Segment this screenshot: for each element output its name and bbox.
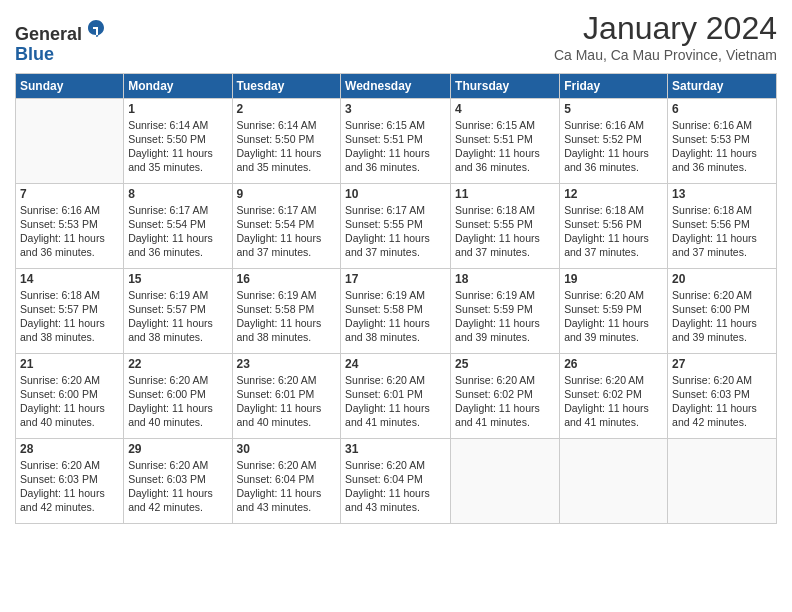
sunset-time: Sunset: 6:01 PM [237,388,315,400]
day-info: Sunrise: 6:20 AMSunset: 6:02 PMDaylight:… [455,373,555,430]
daylight-minutes: and 37 minutes. [672,246,747,258]
sunset-time: Sunset: 6:00 PM [672,303,750,315]
calendar-cell [668,438,777,523]
day-number: 15 [128,272,227,286]
day-number: 10 [345,187,446,201]
title-area: January 2024 Ca Mau, Ca Mau Province, Vi… [554,10,777,63]
daylight-minutes: and 36 minutes. [672,161,747,173]
sunset-time: Sunset: 5:54 PM [128,218,206,230]
daylight-hours: Daylight: 11 hours [672,147,757,159]
calendar-cell: 30Sunrise: 6:20 AMSunset: 6:04 PMDayligh… [232,438,341,523]
daylight-minutes: and 39 minutes. [672,331,747,343]
day-number: 2 [237,102,337,116]
sunset-time: Sunset: 5:56 PM [672,218,750,230]
sunrise-time: Sunrise: 6:15 AM [345,119,425,131]
daylight-hours: Daylight: 11 hours [455,317,540,329]
sunset-time: Sunset: 5:50 PM [237,133,315,145]
calendar-cell: 25Sunrise: 6:20 AMSunset: 6:02 PMDayligh… [451,353,560,438]
day-info: Sunrise: 6:20 AMSunset: 6:02 PMDaylight:… [564,373,663,430]
sunrise-time: Sunrise: 6:18 AM [20,289,100,301]
daylight-minutes: and 41 minutes. [455,416,530,428]
day-number: 7 [20,187,119,201]
logo-icon [84,16,108,40]
week-row-3: 21Sunrise: 6:20 AMSunset: 6:00 PMDayligh… [16,353,777,438]
calendar-cell: 19Sunrise: 6:20 AMSunset: 5:59 PMDayligh… [560,268,668,353]
sunset-time: Sunset: 5:57 PM [20,303,98,315]
month-title: January 2024 [554,10,777,47]
sunrise-time: Sunrise: 6:15 AM [455,119,535,131]
calendar-cell: 3Sunrise: 6:15 AMSunset: 5:51 PMDaylight… [341,98,451,183]
week-row-4: 28Sunrise: 6:20 AMSunset: 6:03 PMDayligh… [16,438,777,523]
calendar-cell: 13Sunrise: 6:18 AMSunset: 5:56 PMDayligh… [668,183,777,268]
sunset-time: Sunset: 5:58 PM [237,303,315,315]
day-number: 18 [455,272,555,286]
day-info: Sunrise: 6:19 AMSunset: 5:58 PMDaylight:… [345,288,446,345]
daylight-minutes: and 38 minutes. [237,331,312,343]
calendar-cell: 5Sunrise: 6:16 AMSunset: 5:52 PMDaylight… [560,98,668,183]
day-number: 31 [345,442,446,456]
daylight-minutes: and 37 minutes. [564,246,639,258]
day-info: Sunrise: 6:20 AMSunset: 6:04 PMDaylight:… [345,458,446,515]
header-sunday: Sunday [16,73,124,98]
day-number: 24 [345,357,446,371]
daylight-hours: Daylight: 11 hours [345,232,430,244]
daylight-minutes: and 40 minutes. [237,416,312,428]
daylight-hours: Daylight: 11 hours [345,402,430,414]
daylight-minutes: and 37 minutes. [455,246,530,258]
sunset-time: Sunset: 6:01 PM [345,388,423,400]
day-number: 13 [672,187,772,201]
calendar-cell [560,438,668,523]
day-info: Sunrise: 6:17 AMSunset: 5:54 PMDaylight:… [128,203,227,260]
daylight-hours: Daylight: 11 hours [20,487,105,499]
daylight-hours: Daylight: 11 hours [345,317,430,329]
calendar-cell: 14Sunrise: 6:18 AMSunset: 5:57 PMDayligh… [16,268,124,353]
daylight-minutes: and 43 minutes. [237,501,312,513]
calendar-cell: 18Sunrise: 6:19 AMSunset: 5:59 PMDayligh… [451,268,560,353]
day-number: 27 [672,357,772,371]
daylight-hours: Daylight: 11 hours [672,317,757,329]
day-number: 26 [564,357,663,371]
day-info: Sunrise: 6:18 AMSunset: 5:55 PMDaylight:… [455,203,555,260]
day-info: Sunrise: 6:20 AMSunset: 5:59 PMDaylight:… [564,288,663,345]
day-info: Sunrise: 6:15 AMSunset: 5:51 PMDaylight:… [455,118,555,175]
calendar-cell: 11Sunrise: 6:18 AMSunset: 5:55 PMDayligh… [451,183,560,268]
sunset-time: Sunset: 5:59 PM [564,303,642,315]
daylight-hours: Daylight: 11 hours [128,487,213,499]
sunset-time: Sunset: 5:56 PM [564,218,642,230]
daylight-hours: Daylight: 11 hours [237,317,322,329]
daylight-minutes: and 38 minutes. [345,331,420,343]
calendar-cell: 6Sunrise: 6:16 AMSunset: 5:53 PMDaylight… [668,98,777,183]
sunrise-time: Sunrise: 6:20 AM [672,289,752,301]
daylight-hours: Daylight: 11 hours [455,402,540,414]
day-number: 12 [564,187,663,201]
day-info: Sunrise: 6:15 AMSunset: 5:51 PMDaylight:… [345,118,446,175]
sunrise-time: Sunrise: 6:17 AM [237,204,317,216]
header-monday: Monday [124,73,232,98]
day-info: Sunrise: 6:16 AMSunset: 5:52 PMDaylight:… [564,118,663,175]
day-info: Sunrise: 6:14 AMSunset: 5:50 PMDaylight:… [128,118,227,175]
daylight-hours: Daylight: 11 hours [345,487,430,499]
sunset-time: Sunset: 5:50 PM [128,133,206,145]
calendar-cell: 22Sunrise: 6:20 AMSunset: 6:00 PMDayligh… [124,353,232,438]
day-number: 8 [128,187,227,201]
sunrise-time: Sunrise: 6:20 AM [345,459,425,471]
sunrise-time: Sunrise: 6:18 AM [455,204,535,216]
daylight-minutes: and 36 minutes. [20,246,95,258]
day-info: Sunrise: 6:16 AMSunset: 5:53 PMDaylight:… [20,203,119,260]
daylight-minutes: and 39 minutes. [564,331,639,343]
calendar-cell: 7Sunrise: 6:16 AMSunset: 5:53 PMDaylight… [16,183,124,268]
calendar-cell [16,98,124,183]
daylight-hours: Daylight: 11 hours [20,402,105,414]
calendar-cell: 2Sunrise: 6:14 AMSunset: 5:50 PMDaylight… [232,98,341,183]
day-number: 4 [455,102,555,116]
calendar-header-row: SundayMondayTuesdayWednesdayThursdayFrid… [16,73,777,98]
calendar-cell: 17Sunrise: 6:19 AMSunset: 5:58 PMDayligh… [341,268,451,353]
calendar-cell: 10Sunrise: 6:17 AMSunset: 5:55 PMDayligh… [341,183,451,268]
header-wednesday: Wednesday [341,73,451,98]
sunrise-time: Sunrise: 6:19 AM [455,289,535,301]
calendar-cell: 16Sunrise: 6:19 AMSunset: 5:58 PMDayligh… [232,268,341,353]
daylight-hours: Daylight: 11 hours [564,147,649,159]
sunrise-time: Sunrise: 6:17 AM [345,204,425,216]
day-number: 3 [345,102,446,116]
header-thursday: Thursday [451,73,560,98]
